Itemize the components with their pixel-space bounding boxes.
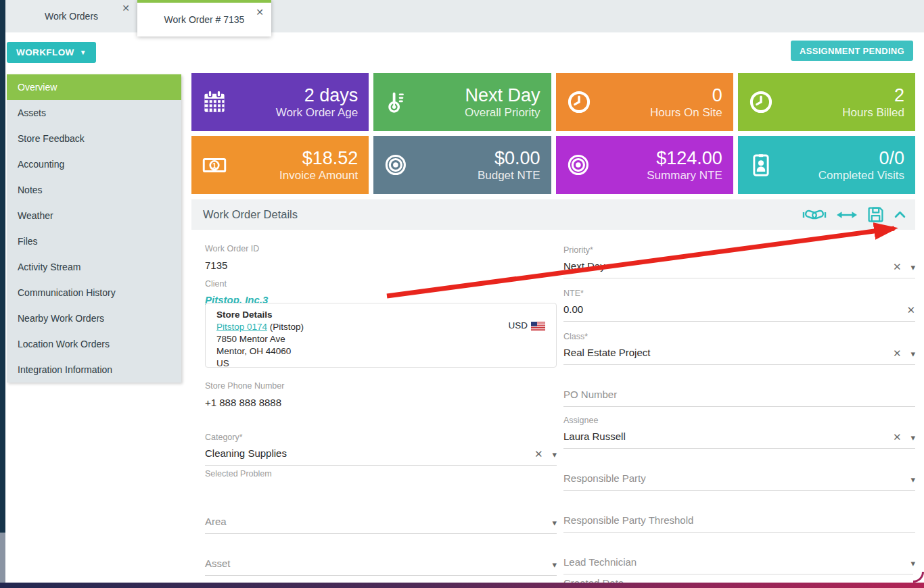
- chevron-down-icon[interactable]: ▾: [552, 518, 557, 527]
- handshake-icon[interactable]: [802, 206, 827, 224]
- tile-invoice-amount: 1 $18.52 Invoice Amount: [191, 136, 369, 194]
- tile-label: Hours Billed: [773, 106, 904, 120]
- chevron-down-icon[interactable]: ▾: [552, 450, 557, 459]
- sidebar-item-accounting[interactable]: Accounting: [7, 151, 181, 177]
- po-number-field[interactable]: PO Number: [563, 389, 915, 407]
- sidebar-item-label: Location Work Orders: [18, 339, 110, 349]
- assignee-field[interactable]: Assignee Laura Russell ✕ ▾: [563, 416, 915, 449]
- tab-bar: Work Orders ✕ Work Order # 7135 ✕: [5, 0, 924, 32]
- priority-field[interactable]: Priority* Next Day ✕ ▾: [563, 245, 915, 278]
- chevron-down-icon[interactable]: ▾: [910, 559, 915, 568]
- sidebar-item-overview[interactable]: Overview: [7, 74, 181, 100]
- category-field[interactable]: Category* Cleaning Supplies ✕ ▾: [205, 433, 557, 466]
- chevron-down-icon[interactable]: ▾: [910, 433, 915, 442]
- created-date-field: Created Date: [563, 577, 915, 583]
- tab-work-orders[interactable]: Work Orders ✕: [5, 0, 137, 32]
- chevron-down-icon[interactable]: ▾: [910, 349, 915, 358]
- store-details-title: Store Details: [216, 309, 545, 321]
- priority-value: Next Day: [563, 260, 883, 272]
- store-phone-label: Store Phone Number: [205, 381, 557, 391]
- work-order-id-label: Work Order ID: [205, 244, 557, 253]
- responsible-party-label: Responsible Party: [563, 472, 901, 484]
- clear-icon[interactable]: ✕: [906, 305, 915, 315]
- close-icon[interactable]: ✕: [122, 3, 130, 13]
- class-value: Real Estate Project: [563, 347, 883, 358]
- responsible-party-field[interactable]: Responsible Party ▾: [563, 472, 915, 491]
- tile-label: Summary NTE: [591, 169, 722, 182]
- left-edge-strip: [0, 0, 5, 588]
- us-flag-icon: [531, 322, 545, 330]
- nte-field[interactable]: NTE* 0.00 ✕: [563, 289, 915, 322]
- tile-hours-on-site: 0 Hours On Site: [556, 73, 733, 131]
- target-icon: [384, 153, 409, 177]
- store-currency-code: USD: [508, 320, 528, 332]
- tile-value: Next Day: [409, 85, 540, 106]
- responsible-party-threshold-label: Responsible Party Threshold: [563, 514, 915, 526]
- clear-icon[interactable]: ✕: [534, 449, 543, 459]
- collapse-chevron-icon[interactable]: [894, 211, 906, 218]
- work-order-id-field: Work Order ID 7135: [205, 244, 557, 271]
- sidebar-item-activity-stream[interactable]: Activity Stream: [7, 254, 181, 280]
- tile-value: 2 days: [227, 85, 358, 106]
- store-link[interactable]: Pitstop 0174: [216, 322, 267, 332]
- chevron-down-icon[interactable]: ▾: [910, 263, 915, 272]
- asset-field[interactable]: Asset ▾: [205, 558, 557, 576]
- tile-label: Overall Priority: [409, 106, 540, 120]
- chevron-down-icon[interactable]: ▾: [910, 475, 915, 484]
- assignee-value: Laura Russell: [563, 431, 883, 442]
- sidebar-item-assets[interactable]: Assets: [7, 100, 181, 126]
- responsible-party-threshold-field[interactable]: Responsible Party Threshold: [563, 514, 915, 533]
- workflow-button[interactable]: WORKFLOW ▼: [7, 42, 96, 63]
- sidebar-item-notes[interactable]: Notes: [7, 177, 181, 203]
- store-name-suffix: (Pitstop): [267, 322, 304, 332]
- sidebar-item-communication-history[interactable]: Communication History: [7, 280, 181, 305]
- area-label: Area: [205, 516, 542, 527]
- selected-problem-field: Selected Problem: [205, 469, 557, 479]
- lead-technician-field[interactable]: Lead Technician ▾: [563, 556, 915, 574]
- close-icon[interactable]: ✕: [256, 7, 264, 17]
- sidebar-item-label: Notes: [18, 185, 43, 195]
- sidebar-item-label: Weather: [18, 210, 53, 221]
- bottom-corner-curve: [913, 572, 924, 583]
- sidebar-item-location-work-orders[interactable]: Location Work Orders: [7, 331, 181, 357]
- class-label: Class*: [563, 332, 915, 341]
- sidebar-item-label: Assets: [18, 107, 46, 118]
- tile-budget-nte: $0.00 Budget NTE: [373, 136, 551, 194]
- tile-label: Hours On Site: [591, 106, 722, 120]
- store-phone-field: Store Phone Number +1 888 888 8888: [205, 381, 557, 408]
- tile-value: $0.00: [409, 148, 540, 169]
- section-title: Work Order Details: [203, 208, 298, 221]
- sidebar-item-weather[interactable]: Weather: [7, 203, 181, 228]
- class-field[interactable]: Class* Real Estate Project ✕ ▾: [563, 332, 915, 365]
- store-country: US: [216, 358, 545, 370]
- nte-label: NTE*: [563, 289, 915, 298]
- tab-work-order-7135[interactable]: Work Order # 7135 ✕: [137, 0, 271, 36]
- tile-label: Work Order Age: [227, 106, 358, 120]
- clear-icon[interactable]: ✕: [893, 348, 902, 358]
- chevron-down-icon: ▼: [80, 49, 87, 56]
- sidebar-item-label: Communication History: [18, 287, 116, 298]
- sidebar-item-files[interactable]: Files: [7, 228, 181, 254]
- tile-work-order-age: 2 days Work Order Age: [191, 73, 369, 131]
- work-order-id-value: 7135: [205, 260, 557, 271]
- save-icon[interactable]: [867, 206, 884, 223]
- sidebar-item-label: Overview: [18, 82, 57, 93]
- chevron-down-icon[interactable]: ▾: [552, 560, 557, 569]
- sidebar-item-store-feedback[interactable]: Store Feedback: [7, 126, 181, 151]
- clear-icon[interactable]: ✕: [893, 262, 902, 272]
- store-address-line1: 7850 Mentor Ave: [216, 333, 545, 345]
- area-field[interactable]: Area ▾: [205, 516, 557, 534]
- sidebar-item-integration-information[interactable]: Integration Information: [7, 357, 181, 383]
- sidebar-item-label: Integration Information: [18, 364, 112, 375]
- asset-label: Asset: [205, 558, 542, 569]
- priority-label: Priority*: [563, 245, 915, 255]
- work-order-page: Work Orders ✕ Work Order # 7135 ✕ WORKFL…: [0, 0, 924, 588]
- transfer-arrows-icon[interactable]: [837, 210, 857, 220]
- clear-icon[interactable]: ✕: [893, 432, 902, 442]
- status-badge[interactable]: ASSIGNMENT PENDING: [791, 41, 913, 61]
- tile-label: Budget NTE: [409, 169, 540, 182]
- tile-label: Completed Visits: [773, 169, 904, 182]
- store-address-line2: Mentor, OH 44060: [216, 345, 545, 358]
- sidebar-item-nearby-work-orders[interactable]: Nearby Work Orders: [7, 305, 181, 331]
- sidebar-item-label: Files: [18, 236, 38, 247]
